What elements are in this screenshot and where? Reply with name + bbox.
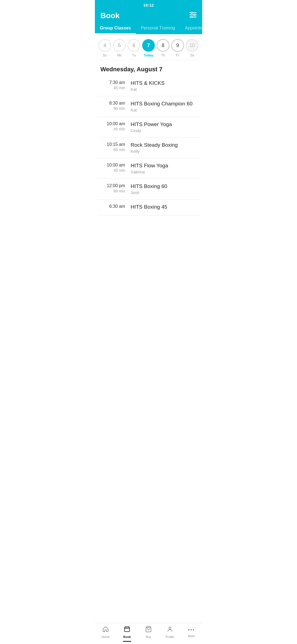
class-item-6[interactable]: 6:30 am HITS Boxing 45 [98,200,199,215]
page-title: Book [100,11,120,20]
class-time-1: 8:30 am 60 min [100,101,131,111]
date-label-th: Th [161,53,165,57]
date-item-su[interactable]: 4 Su [98,39,111,57]
header: Book [95,9,202,20]
date-picker: 4 Su 5 Mo 6 Tu 7 Today 8 Th 9 Fr 10 Sa [95,34,202,60]
class-time-4: 10:00 am 45 min [100,163,131,173]
date-item-today[interactable]: 7 Today [142,39,155,57]
class-time-0: 7:30 am 45 min [100,80,131,90]
date-circle-9[interactable]: 9 [171,39,184,52]
class-time-2: 10:00 am 45 min [100,121,131,131]
date-label-tu: Tu [132,53,136,57]
date-label-fr: Fr [176,53,179,57]
tab-group-classes[interactable]: Group Classes [95,23,136,34]
filter-icon[interactable] [189,12,197,20]
status-time: 10:12 [143,3,154,7]
class-info-0: HITS & KICKS Kat [131,80,197,92]
date-item-fr[interactable]: 9 Fr [171,39,184,57]
class-info-1: HITS Boxing Champion 60 Kat [131,101,197,112]
date-circle-6[interactable]: 6 [128,39,140,52]
date-circle-5[interactable]: 5 [113,39,126,52]
class-info-4: HITS Flow Yoga Sabrina [131,163,197,174]
class-info-3: Rock Steady Boxing Kelly [131,142,197,154]
class-info-5: HITS Boxing 60 Josh [131,183,197,195]
class-list: 7:30 am 45 min HITS & KICKS Kat 8:30 am … [95,76,202,215]
date-circle-10[interactable]: 10 [186,39,198,52]
date-circle-4[interactable]: 4 [98,39,111,52]
date-label-today: Today [144,53,153,57]
class-item-5[interactable]: 12:00 pm 60 min HITS Boxing 60 Josh [98,179,199,200]
class-time-3: 10:15 am 60 min [100,142,131,152]
date-heading: Wednesday, August 7 [95,60,202,76]
svg-point-5 [191,16,193,18]
status-bar: 10:12 [95,0,202,9]
class-item-4[interactable]: 10:00 am 45 min HITS Flow Yoga Sabrina [98,158,199,179]
class-time-5: 12:00 pm 60 min [100,183,131,193]
date-item-mo[interactable]: 5 Mo [113,39,126,57]
class-time-6: 6:30 am [100,204,131,209]
tab-personal-training[interactable]: Personal Training [136,23,180,34]
date-item-sa[interactable]: 10 Sa [186,39,198,57]
date-label-mo: Mo [117,53,122,57]
date-item-tu[interactable]: 6 Tu [128,39,140,57]
date-circle-7[interactable]: 7 [142,39,155,52]
class-item-3[interactable]: 10:15 am 60 min Rock Steady Boxing Kelly [98,138,199,158]
date-item-th[interactable]: 8 Th [157,39,169,57]
date-label-sa: Sa [190,53,194,57]
class-info-2: HITS Power Yoga Cindy [131,121,197,133]
tab-appointments[interactable]: Appointments [180,23,202,34]
date-circle-8[interactable]: 8 [157,39,169,52]
date-label-su: Su [103,53,107,57]
svg-point-3 [191,12,193,13]
class-item-1[interactable]: 8:30 am 60 min HITS Boxing Champion 60 K… [98,96,199,117]
class-item-2[interactable]: 10:00 am 45 min HITS Power Yoga Cindy [98,117,199,138]
class-item-0[interactable]: 7:30 am 45 min HITS & KICKS Kat [98,76,199,96]
svg-point-4 [194,14,195,16]
tab-bar: Group Classes Personal Training Appointm… [95,20,202,34]
class-info-6: HITS Boxing 45 [131,204,197,211]
